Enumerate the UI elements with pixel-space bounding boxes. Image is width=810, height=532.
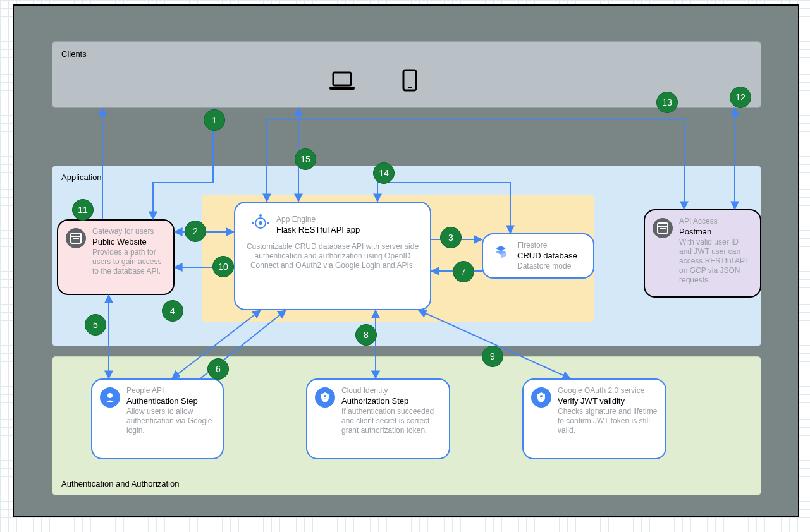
node-firestore-desc: Datastore mode [517,262,586,271]
node-flask-title: Flask RESTful API app [276,225,419,234]
marker-7: 7 [453,261,474,282]
node-firestore: Firestore CRUD database Datastore mode [482,233,594,279]
marker-11: 11 [72,199,94,221]
api-access-icon [653,218,673,238]
node-public-website-title: Public Website [92,237,166,246]
marker-14: 14 [373,162,395,184]
node-public-website-desc: Provides a path for users to gain access… [92,248,166,276]
node-api-access-subtitle: API Access [679,217,752,226]
svg-point-17 [540,395,543,397]
node-auth-step-desc: Allow users to allow authentication via … [126,407,215,435]
node-auth-step-subtitle: People API [126,386,215,395]
svg-point-16 [324,395,326,397]
marker-12: 12 [730,87,751,108]
mobile-icon [402,69,417,92]
marker-2: 2 [185,221,206,242]
svg-rect-0 [333,73,351,85]
zone-application-label: Application [61,172,102,182]
svg-rect-3 [408,87,412,88]
node-verify-subtitle: Google OAuth 2.0 service [558,386,658,395]
node-api-access-desc: With valid user ID and JWT user can acce… [679,238,752,285]
marker-6: 6 [207,358,229,380]
website-icon [66,228,86,248]
marker-8: 8 [355,324,377,346]
node-authz-step-subtitle: Cloud Identity [341,386,441,395]
zone-auth-label: Authentication and Authorization [61,479,179,488]
marker-15: 15 [295,148,316,170]
marker-4: 4 [162,300,183,322]
node-flask-subtitle: App Engine [276,215,419,224]
firestore-icon [491,242,511,262]
marker-10: 10 [212,256,234,277]
marker-13: 13 [656,92,678,113]
people-api-icon [100,387,120,408]
node-flask-desc: Customizable CRUD database API with serv… [244,242,421,270]
svg-point-10 [267,222,269,224]
laptop-icon [328,71,356,92]
node-public-website-subtitle: Gateway for users [92,227,166,236]
node-authz-step-title: Authorization Step [341,396,441,406]
marker-3: 3 [440,227,462,248]
node-firestore-title: CRUD database [517,251,586,260]
node-auth-step: People API Authentication Step Allow use… [91,378,224,459]
svg-rect-1 [329,87,355,90]
zone-clients-label: Clients [61,49,87,59]
node-auth-step-title: Authentication Step [126,396,215,406]
marker-9: 9 [482,346,503,367]
node-verify-desc: Checks signature and lifetime to confirm… [558,407,658,435]
marker-1: 1 [204,109,225,131]
node-authz-step: Cloud Identity Authorization Step If aut… [306,378,450,459]
svg-point-9 [252,222,254,224]
node-verify-title: Verify JWT validity [558,396,658,406]
svg-point-15 [107,393,113,398]
node-verify: Google OAuth 2.0 service Verify JWT vali… [522,378,666,459]
svg-point-11 [259,214,262,217]
node-api-access: API Access Postman With valid user ID an… [644,209,761,298]
node-firestore-subtitle: Firestore [517,241,586,250]
cloud-identity-icon [315,387,335,408]
svg-point-8 [259,221,262,225]
node-flask: App Engine Flask RESTful API app Customi… [234,202,431,310]
diagram-canvas: Clients Application Authentication and A… [13,4,799,517]
node-public-website: Gateway for users Public Website Provide… [57,219,175,295]
app-engine-icon [250,212,270,233]
node-authz-step-desc: If authentication succeeded and client s… [341,407,441,435]
oauth-shield-icon [531,387,551,408]
marker-5: 5 [85,314,106,336]
node-api-access-title: Postman [679,227,752,236]
